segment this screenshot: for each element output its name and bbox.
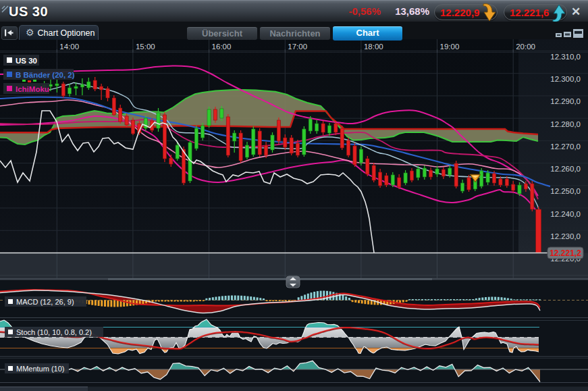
svg-text:MACD (12, 26, 9): MACD (12, 26, 9) [16, 298, 74, 306]
svg-text:MMentum (10): MMentum (10) [16, 365, 65, 373]
svg-text:12.260,0: 12.260,0 [550, 165, 581, 173]
svg-text:12.221,2: 12.221,2 [550, 249, 581, 258]
svg-text:18:00: 18:00 [364, 43, 383, 51]
svg-text:20:00: 20:00 [516, 43, 535, 51]
svg-text:15:00: 15:00 [136, 43, 155, 51]
svg-text:12.290,0: 12.290,0 [550, 97, 581, 105]
svg-text:16:00: 16:00 [212, 43, 232, 51]
svg-text:Stoch (10, 10, 0.8, 0.2): Stoch (10, 10, 0.8, 0.2) [16, 328, 92, 336]
svg-text:12.250,0: 12.250,0 [550, 187, 581, 195]
svg-text:12.240,0: 12.240,0 [550, 210, 581, 218]
svg-text:12.230,0: 12.230,0 [550, 232, 581, 240]
svg-text:12.310,0: 12.310,0 [550, 53, 581, 61]
svg-text:12.300,0: 12.300,0 [550, 75, 581, 83]
svg-text:12.280,0: 12.280,0 [550, 120, 581, 128]
svg-text:B Bänder (20, 2): B Bänder (20, 2) [16, 71, 75, 79]
svg-text:US 30: US 30 [16, 57, 37, 65]
svg-text:17:00: 17:00 [288, 43, 307, 51]
svg-text:12.270,0: 12.270,0 [550, 142, 581, 151]
svg-text:14:00: 14:00 [59, 43, 79, 51]
svg-text:IchiMoku: IchiMoku [16, 85, 49, 93]
svg-text:19:00: 19:00 [440, 43, 460, 51]
